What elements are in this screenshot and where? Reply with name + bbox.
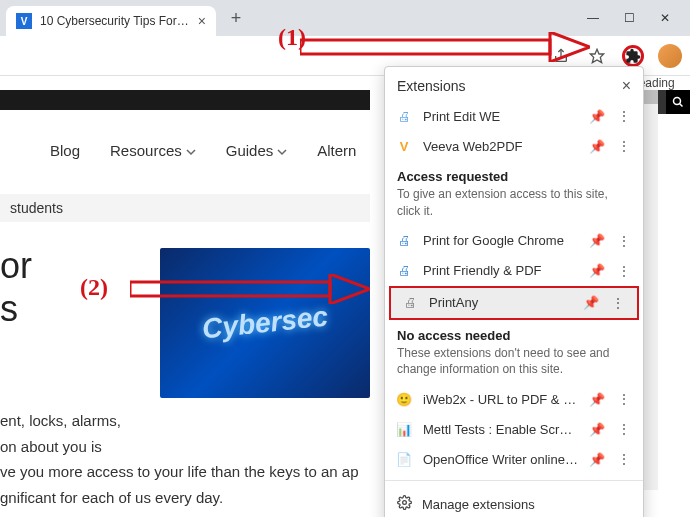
pin-icon[interactable]: 📌 [589, 422, 605, 437]
breadcrumb: students [0, 194, 370, 222]
extensions-popup: Extensions × 🖨 Print Edit WE 📌 ⋮ V Veeva… [384, 66, 644, 517]
ext-print-google-chrome[interactable]: 🖨 Print for Google Chrome 📌 ⋮ [385, 226, 643, 256]
printer-icon: 🖨 [401, 294, 419, 312]
more-icon[interactable]: ⋮ [615, 138, 633, 154]
pin-icon[interactable]: 📌 [583, 295, 599, 310]
share-icon[interactable] [550, 45, 572, 67]
new-tab-button[interactable]: + [222, 4, 250, 32]
minimize-button[interactable]: — [584, 11, 602, 25]
openoffice-icon: 📄 [395, 450, 413, 468]
pin-icon[interactable]: 📌 [589, 109, 605, 124]
extensions-button[interactable] [622, 45, 644, 67]
more-icon[interactable]: ⋮ [615, 108, 633, 124]
pin-icon[interactable]: 📌 [589, 233, 605, 248]
pin-icon[interactable]: 📌 [589, 263, 605, 278]
ext-iweb2x[interactable]: 🙂 iWeb2x - URL to PDF & Image 📌 ⋮ [385, 384, 643, 414]
nav-altern[interactable]: Altern [317, 142, 356, 159]
more-icon[interactable]: ⋮ [615, 391, 633, 407]
profile-avatar[interactable] [658, 44, 682, 68]
ext-openoffice-writer[interactable]: 📄 OpenOffice Writer online for... 📌 ⋮ [385, 444, 643, 474]
annotation-number-1: (1) [278, 24, 306, 51]
tab-bar: V 10 Cybersecurity Tips For Individ × + … [0, 0, 690, 36]
tab-close-icon[interactable]: × [198, 13, 206, 29]
svg-point-3 [403, 501, 407, 505]
svg-marker-0 [590, 49, 603, 62]
page-heading: or s [0, 244, 32, 330]
section-access-requested-desc: To give an extension access to this site… [385, 186, 643, 226]
page-header-stripe [0, 90, 370, 110]
page-nav: Blog Resources Guides Altern [50, 142, 356, 159]
section-no-access: No access needed [385, 320, 643, 345]
ext-veeva-web2pdf[interactable]: V Veeva Web2PDF 📌 ⋮ [385, 131, 643, 161]
section-access-requested: Access requested [385, 161, 643, 186]
more-icon[interactable]: ⋮ [615, 233, 633, 249]
pin-icon[interactable]: 📌 [589, 452, 605, 467]
maximize-button[interactable]: ☐ [620, 11, 638, 25]
popup-title: Extensions [397, 78, 465, 94]
tab-title: 10 Cybersecurity Tips For Individ [40, 14, 190, 28]
more-icon[interactable]: ⋮ [615, 451, 633, 467]
printer-icon: 🖨 [395, 232, 413, 250]
veeva-icon: V [395, 137, 413, 155]
more-icon[interactable]: ⋮ [609, 295, 627, 311]
ext-printany[interactable]: 🖨 PrintAny 📌 ⋮ [389, 286, 639, 320]
window-controls: — ☐ ✕ [584, 11, 684, 25]
pin-icon[interactable]: 📌 [589, 139, 605, 154]
svg-point-1 [674, 98, 681, 105]
nav-guides[interactable]: Guides [226, 142, 288, 159]
annotation-number-2: (2) [80, 274, 108, 301]
gear-icon [397, 495, 412, 513]
scrollbar[interactable] [644, 90, 658, 490]
tab-favicon: V [16, 13, 32, 29]
more-icon[interactable]: ⋮ [615, 263, 633, 279]
mettl-icon: 📊 [395, 420, 413, 438]
nav-resources[interactable]: Resources [110, 142, 196, 159]
browser-tab[interactable]: V 10 Cybersecurity Tips For Individ × [6, 6, 216, 36]
manage-extensions-label: Manage extensions [422, 497, 535, 512]
hero-image: Cybersec [160, 248, 370, 398]
pin-icon[interactable]: 📌 [589, 392, 605, 407]
svg-line-2 [680, 104, 683, 107]
search-icon[interactable] [666, 90, 690, 114]
section-no-access-desc: These extensions don't need to see and c… [385, 345, 643, 385]
iweb2x-icon: 🙂 [395, 390, 413, 408]
close-window-button[interactable]: ✕ [656, 11, 674, 25]
nav-blog[interactable]: Blog [50, 142, 80, 159]
popup-close-icon[interactable]: × [622, 77, 631, 95]
printer-icon: 🖨 [395, 262, 413, 280]
more-icon[interactable]: ⋮ [615, 421, 633, 437]
ext-print-friendly-pdf[interactable]: 🖨 Print Friendly & PDF 📌 ⋮ [385, 256, 643, 286]
manage-extensions[interactable]: Manage extensions [385, 487, 643, 517]
ext-mettl-tests[interactable]: 📊 Mettl Tests : Enable Screen S... 📌 ⋮ [385, 414, 643, 444]
printer-icon: 🖨 [395, 107, 413, 125]
bookmark-star-icon[interactable] [586, 45, 608, 67]
ext-print-edit-we[interactable]: 🖨 Print Edit WE 📌 ⋮ [385, 101, 643, 131]
